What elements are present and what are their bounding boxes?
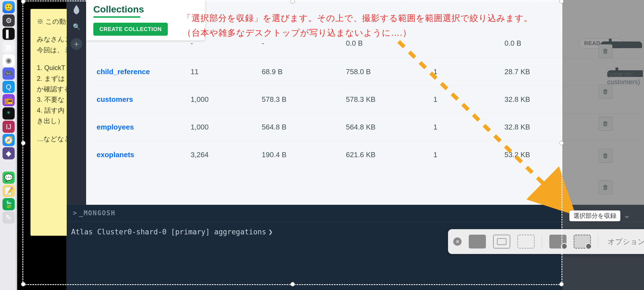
settings-icon[interactable]: ⚙︎: [2, 14, 15, 27]
resize-handle[interactable]: [559, 141, 564, 145]
table-cell: 3,264: [187, 141, 258, 169]
delete-collection-button[interactable]: 🗑: [599, 44, 612, 58]
annotation-line: （台本や雑多なデスクトップが写り込まないように….）: [183, 26, 533, 40]
annotation-text: 「選択部分を収録」を選びます。その上で、撮影する範囲を範囲選択で絞り込みます。 …: [183, 11, 533, 40]
record-selection-button[interactable]: [574, 235, 591, 248]
table-cell: 1: [429, 141, 501, 169]
delete-collection-button[interactable]: 🗑: [599, 85, 612, 99]
search-icon[interactable]: 🔍: [71, 21, 82, 33]
launchpad-icon[interactable]: ▦: [2, 41, 15, 53]
messages-icon[interactable]: 💬: [2, 172, 15, 184]
table-cell: 1: [429, 113, 501, 141]
collection-name-cell: (view on: customers): [93, 29, 187, 58]
table-cell: 11: [187, 58, 258, 86]
resize-handle[interactable]: [21, 282, 25, 286]
delete-collection-button[interactable]: 🗑: [599, 149, 612, 163]
delete-collection-button[interactable]: 🗑: [599, 180, 612, 194]
record-entire-screen-button[interactable]: [549, 235, 566, 248]
mongosh-title: _MONGOSH: [79, 209, 115, 217]
table-cell: 758.0 B: [342, 58, 429, 86]
macos-dock: 🙂 ⚙︎ ▌ ▦ ◉ 🎮 Q 📻 ＊ IJ 🧭 ◆ 💬 📝 🍃 ✎: [0, 0, 17, 290]
collection-link[interactable]: customers: [97, 95, 133, 103]
table-row: exoplanets3,264190.4 B621.6 KB153.2 KB: [93, 141, 643, 169]
resize-handle[interactable]: [559, 282, 564, 286]
table-row: child_reference1168.9 B758.0 B128.7 KB: [93, 58, 643, 86]
delete-collection-button[interactable]: 🗑: [599, 117, 612, 131]
table-row: customers1,000578.3 B578.3 KB132.8 KB: [93, 86, 643, 113]
discord-icon[interactable]: 🎮: [2, 68, 15, 80]
page-title: Collections: [93, 4, 198, 18]
table-cell: 621.6 KB: [342, 141, 429, 169]
chrome-icon[interactable]: ◉: [2, 54, 15, 66]
table-cell: 578.3 KB: [342, 86, 429, 113]
podcasts-icon[interactable]: 📻: [2, 94, 15, 106]
snowflake-icon[interactable]: ＊: [2, 107, 15, 120]
table-row: employees1,000564.8 B564.8 KB132.8 KB: [93, 113, 643, 141]
mongosh-caret: ❯: [268, 228, 273, 236]
capture-entire-screen-button[interactable]: [469, 235, 486, 248]
add-connection-button[interactable]: ＋: [71, 38, 82, 50]
collection-name-cell: child_reference: [93, 58, 187, 86]
collection-name-cell: customers: [93, 86, 187, 113]
tooltip-record-selection: 選択部分を収録: [569, 210, 620, 221]
table-cell: 564.8 B: [258, 113, 342, 141]
table-cell: 68.9 B: [258, 58, 342, 86]
table-cell: 1: [429, 58, 501, 86]
intellij-icon[interactable]: IJ: [2, 121, 15, 133]
notes-icon[interactable]: ✎: [2, 211, 15, 224]
capture-selection-button[interactable]: [517, 235, 535, 248]
table-cell: 1,000: [187, 86, 258, 113]
close-icon[interactable]: ✕: [453, 237, 462, 246]
table-cell: 564.8 KB: [342, 113, 429, 141]
table-cell: 32.8 KB: [501, 113, 575, 141]
annotation-line: 「選択部分を収録」を選びます。その上で、撮影する範囲を範囲選択で絞り込みます。: [183, 11, 533, 26]
chevron-down-icon[interactable]: ⌄: [623, 209, 631, 220]
mongosh-prompt: Atlas Cluster0-shard-0 [primary] aggrega…: [71, 228, 266, 236]
stickies-icon[interactable]: 📝: [2, 185, 15, 197]
screenshot-toolbar: ✕ オプション: [448, 229, 644, 254]
table-cell: 578.3 B: [258, 86, 342, 113]
mongosh-header[interactable]: >_MONGOSH: [67, 205, 644, 222]
options-label[interactable]: オプション: [608, 237, 644, 247]
resize-handle[interactable]: [290, 282, 295, 286]
table-cell: 1: [429, 86, 501, 113]
collection-link[interactable]: employees: [97, 123, 134, 131]
table-cell: 53.2 KB: [501, 141, 575, 169]
mongodb-icon[interactable]: 🍃: [2, 198, 15, 210]
compass-logo-icon[interactable]: [71, 4, 82, 15]
table-cell: 28.7 KB: [501, 58, 575, 86]
table-cell: 190.4 B: [258, 141, 342, 169]
obsidian-icon[interactable]: ◆: [2, 147, 15, 159]
table-cell: 32.8 KB: [501, 86, 575, 113]
collection-link[interactable]: child_reference: [97, 68, 150, 76]
compass-sidebar: 🔍 ＋: [67, 0, 86, 209]
resize-handle[interactable]: [21, 141, 25, 145]
resize-handle[interactable]: [21, 0, 25, 4]
collection-link[interactable]: exoplanets: [97, 151, 134, 159]
finder-icon[interactable]: 🙂: [2, 1, 15, 13]
quicktime-icon[interactable]: Q: [2, 81, 15, 93]
collection-name-cell: exoplanets: [93, 141, 187, 169]
capture-window-button[interactable]: [493, 235, 510, 248]
terminal-icon[interactable]: ▌: [2, 28, 15, 40]
collection-subtext: (view on: customers): [607, 70, 643, 77]
safari-icon[interactable]: 🧭: [2, 134, 15, 146]
collections-table: (view on: customers)--0.0 B0.0 BREAD-ONL…: [93, 29, 643, 205]
table-cell: 1,000: [187, 113, 258, 141]
collection-name-cell: employees: [93, 113, 187, 141]
